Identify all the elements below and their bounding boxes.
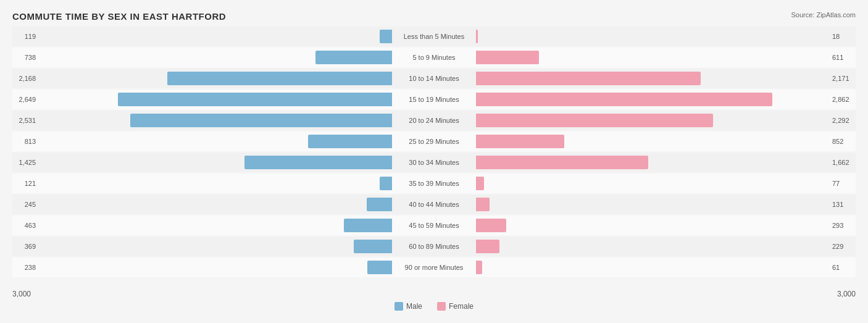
left-section: 245 (12, 195, 392, 214)
table-row: 245 40 to 44 Minutes 131 (12, 195, 856, 214)
chart-area: 119 Less than 5 Minutes 18 738 5 to 9 (12, 27, 856, 286)
male-bar (354, 240, 392, 253)
female-value: 2,862 (832, 96, 856, 103)
axis-left-label: 3,000 (12, 290, 392, 298)
row-label: 15 to 19 Minutes (392, 96, 477, 103)
male-bar (130, 114, 392, 127)
female-value: 852 (832, 138, 856, 145)
female-value: 61 (832, 264, 856, 271)
female-value: 2,292 (832, 117, 856, 124)
female-value: 611 (832, 54, 856, 61)
row-label: 10 to 14 Minutes (392, 75, 477, 82)
male-value: 2,649 (12, 96, 36, 103)
left-section: 369 (12, 237, 392, 256)
right-section: 2,292 (476, 111, 856, 130)
female-value: 2,171 (832, 75, 856, 82)
table-row: 238 90 or more Minutes 61 (12, 258, 856, 277)
male-bar (118, 93, 392, 106)
female-bar-wrap (476, 135, 830, 148)
female-bar-wrap (476, 114, 830, 127)
male-bar-wrap (38, 51, 392, 64)
row-label: 5 to 9 Minutes (392, 54, 477, 61)
axis-right-label: 3,000 (476, 290, 856, 298)
female-bar (476, 72, 701, 85)
right-section: 229 (476, 237, 856, 256)
male-bar (344, 219, 392, 232)
male-value: 738 (12, 54, 36, 61)
row-label: 45 to 59 Minutes (392, 222, 477, 229)
female-bar (476, 156, 648, 169)
legend-male-icon (394, 302, 403, 311)
left-section: 1,425 (12, 153, 392, 172)
male-bar (367, 261, 392, 274)
legend-male-label: Male (406, 302, 422, 311)
female-bar-wrap (476, 219, 830, 232)
male-bar (380, 177, 392, 190)
male-bar (380, 30, 392, 43)
table-row: 813 25 to 29 Minutes 852 (12, 132, 856, 151)
male-value: 121 (12, 180, 36, 187)
row-label: 40 to 44 Minutes (392, 201, 477, 208)
male-bar-wrap (38, 156, 392, 169)
table-row: 119 Less than 5 Minutes 18 (12, 27, 856, 46)
female-bar-wrap (476, 156, 830, 169)
female-bar (476, 51, 539, 64)
male-bar-wrap (38, 198, 392, 211)
row-label: 60 to 89 Minutes (392, 243, 477, 250)
male-value: 245 (12, 201, 36, 208)
male-value: 1,425 (12, 159, 36, 166)
table-row: 369 60 to 89 Minutes 229 (12, 237, 856, 256)
chart-title: COMMUTE TIME BY SEX IN EAST HARTFORD (12, 11, 856, 22)
female-bar (476, 30, 478, 43)
left-section: 119 (12, 27, 392, 46)
female-bar-wrap (476, 240, 830, 253)
male-value: 238 (12, 264, 36, 271)
male-bar (244, 156, 392, 169)
axis-row: 3,000 3,000 (12, 290, 856, 298)
left-section: 738 (12, 48, 392, 67)
left-section: 2,531 (12, 111, 392, 130)
female-bar (476, 261, 482, 274)
table-row: 2,649 15 to 19 Minutes 2,862 (12, 90, 856, 109)
male-value: 2,168 (12, 75, 36, 82)
male-bar-wrap (38, 261, 392, 274)
left-section: 2,649 (12, 90, 392, 109)
right-section: 293 (476, 216, 856, 235)
male-bar-wrap (38, 30, 392, 43)
table-row: 463 45 to 59 Minutes 293 (12, 216, 856, 235)
female-value: 18 (832, 33, 856, 40)
right-section: 77 (476, 174, 856, 193)
female-bar (476, 135, 564, 148)
female-bar (476, 114, 713, 127)
table-row: 2,531 20 to 24 Minutes 2,292 (12, 111, 856, 130)
female-bar-wrap (476, 51, 830, 64)
female-bar-wrap (476, 72, 830, 85)
male-bar-wrap (38, 177, 392, 190)
row-label: 30 to 34 Minutes (392, 159, 477, 166)
female-bar-wrap (476, 93, 830, 106)
table-row: 1,425 30 to 34 Minutes 1,662 (12, 153, 856, 172)
row-label: 90 or more Minutes (392, 264, 477, 271)
male-bar (308, 135, 392, 148)
male-bar (315, 51, 392, 64)
chart-container: COMMUTE TIME BY SEX IN EAST HARTFORD Sou… (0, 0, 868, 323)
row-label: 20 to 24 Minutes (392, 117, 477, 124)
male-bar (167, 72, 392, 85)
left-section: 2,168 (12, 69, 392, 88)
female-bar-wrap (476, 177, 830, 190)
female-value: 131 (832, 201, 856, 208)
left-section: 813 (12, 132, 392, 151)
left-section: 121 (12, 174, 392, 193)
legend-male: Male (394, 302, 422, 311)
female-value: 77 (832, 180, 856, 187)
female-bar (476, 219, 506, 232)
row-label: 25 to 29 Minutes (392, 138, 477, 145)
right-section: 2,171 (476, 69, 856, 88)
male-value: 463 (12, 222, 36, 229)
female-value: 229 (832, 243, 856, 250)
table-row: 2,168 10 to 14 Minutes 2,171 (12, 69, 856, 88)
male-value: 119 (12, 33, 36, 40)
female-bar-wrap (476, 261, 830, 274)
right-section: 61 (476, 258, 856, 277)
female-bar-wrap (476, 30, 830, 43)
